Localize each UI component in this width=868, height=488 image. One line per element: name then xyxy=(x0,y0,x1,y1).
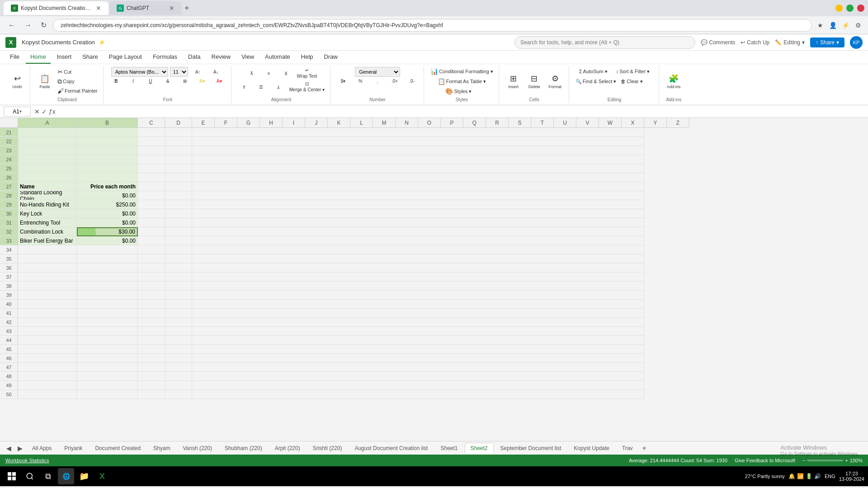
cell-A48[interactable] xyxy=(18,372,77,381)
cell-rest-33[interactable] xyxy=(192,236,644,245)
col-header-O[interactable]: O xyxy=(418,118,441,128)
taskbar-clock[interactable]: 17:23 13-09-2024 xyxy=(839,471,864,482)
row-num-37[interactable]: 37 xyxy=(0,272,18,282)
chrome-taskbar-icon[interactable]: 🌐 xyxy=(58,468,74,484)
browser-tab-chatgpt[interactable]: G ChatGPT ✕ xyxy=(109,1,182,15)
col-header-N[interactable]: N xyxy=(396,118,418,128)
col-header-Z[interactable]: Z xyxy=(667,118,689,128)
row-num-49[interactable]: 49 xyxy=(0,381,18,390)
formula-input[interactable] xyxy=(59,107,864,117)
undo-button[interactable]: ↩ Undo xyxy=(7,69,27,94)
cell-C38[interactable] xyxy=(138,282,165,291)
bold-button[interactable]: B xyxy=(108,78,124,84)
app-search-input[interactable] xyxy=(514,36,695,49)
cell-C26[interactable] xyxy=(138,173,165,182)
col-header-H[interactable]: H xyxy=(260,118,283,128)
cell-rest-29[interactable] xyxy=(192,200,644,209)
cell-B21[interactable] xyxy=(77,128,138,137)
cell-A41[interactable] xyxy=(18,309,77,318)
cell-B35[interactable] xyxy=(77,254,138,263)
cell-D49[interactable] xyxy=(165,381,192,390)
cell-rest-27[interactable] xyxy=(192,182,644,191)
sheet-tab-document-created[interactable]: Document Created xyxy=(89,443,146,454)
increase-decimal-button[interactable]: .0+ xyxy=(387,78,403,84)
paste-button[interactable]: 📋 Paste xyxy=(35,69,55,94)
cell-reference-box[interactable]: A1 ▾ xyxy=(4,107,31,117)
menu-formulas[interactable]: Formulas xyxy=(148,51,182,64)
row-num-25[interactable]: 25 xyxy=(0,164,18,173)
col-header-J[interactable]: J xyxy=(305,118,328,128)
merge-center-button[interactable]: ⊡ Merge & Center ▾ xyxy=(288,80,326,93)
conditional-formatting-button[interactable]: 📊 Conditional Formatting ▾ xyxy=(429,67,495,76)
cell-rest-38[interactable] xyxy=(192,282,644,291)
cell-A42[interactable] xyxy=(18,318,77,327)
cell-C31[interactable] xyxy=(138,218,165,227)
row-num-48[interactable]: 48 xyxy=(0,372,18,381)
col-header-C[interactable]: C xyxy=(138,118,165,128)
cell-D31[interactable] xyxy=(165,218,192,227)
cell-D21[interactable] xyxy=(165,128,192,137)
cell-A46[interactable] xyxy=(18,354,77,363)
tab-close-chatgpt[interactable]: ✕ xyxy=(169,5,175,12)
row-num-40[interactable]: 40 xyxy=(0,300,18,309)
col-header-U[interactable]: U xyxy=(554,118,576,128)
cell-rest-49[interactable] xyxy=(192,381,644,390)
row-num-28[interactable]: 28 xyxy=(0,191,18,200)
tray-wifi-icon[interactable]: 📶 xyxy=(797,473,804,479)
wrap-text-button[interactable]: ↵ Wrap Text xyxy=(295,67,319,80)
col-header-L[interactable]: L xyxy=(350,118,373,128)
cell-C24[interactable] xyxy=(138,155,165,164)
cell-D45[interactable] xyxy=(165,345,192,354)
cell-rest-47[interactable] xyxy=(192,363,644,372)
menu-home[interactable]: Home xyxy=(26,51,51,64)
col-header-Q[interactable]: Q xyxy=(463,118,486,128)
sheet-tab-vansh[interactable]: Vansh (220) xyxy=(177,443,217,454)
sheet-tab-sheet2[interactable]: Sheet2 xyxy=(465,443,494,454)
cell-rest-43[interactable] xyxy=(192,327,644,336)
row-num-38[interactable]: 38 xyxy=(0,282,18,291)
row-num-50[interactable]: 50 xyxy=(0,390,18,399)
row-num-23[interactable]: 23 xyxy=(0,146,18,155)
settings-icon[interactable]: ⚙ xyxy=(854,21,863,30)
cell-A30[interactable]: Key Lock xyxy=(18,209,77,218)
delete-button[interactable]: ⊟ Delete xyxy=(524,69,544,94)
cell-A40[interactable] xyxy=(18,300,77,309)
row-num-45[interactable]: 45 xyxy=(0,345,18,354)
sheet-tab-sheet1[interactable]: Sheet1 xyxy=(434,443,463,454)
menu-file[interactable]: File xyxy=(5,51,24,64)
sheet-tab-priyank[interactable]: Priyank xyxy=(58,443,88,454)
cell-D48[interactable] xyxy=(165,372,192,381)
cell-rest-32[interactable] xyxy=(192,227,644,236)
cell-A34[interactable] xyxy=(18,245,77,254)
sheet-tab-august[interactable]: August Document Creation list xyxy=(349,443,434,454)
cell-D26[interactable] xyxy=(165,173,192,182)
cell-C22[interactable] xyxy=(138,137,165,146)
sheet-tab-allapps[interactable]: All Apps xyxy=(26,443,57,454)
cell-D37[interactable] xyxy=(165,272,192,282)
number-format-select[interactable]: General xyxy=(355,67,400,77)
col-header-R[interactable]: R xyxy=(486,118,509,128)
sheet-tab-kopyst-update[interactable]: Kopyst Update xyxy=(568,443,615,454)
address-input[interactable] xyxy=(53,19,812,32)
row-num-27[interactable]: 27 xyxy=(0,182,18,191)
cell-D43[interactable] xyxy=(165,327,192,336)
cell-D40[interactable] xyxy=(165,300,192,309)
spreadsheet[interactable]: A B C D E F G H I J K L M N O xyxy=(0,118,868,441)
cell-D50[interactable] xyxy=(165,390,192,399)
cell-C41[interactable] xyxy=(138,309,165,318)
cell-B41[interactable] xyxy=(77,309,138,318)
cell-styles-button[interactable]: 🎨 Styles ▾ xyxy=(443,87,480,96)
cancel-formula-icon[interactable]: ✕ xyxy=(34,108,40,115)
cell-D46[interactable] xyxy=(165,354,192,363)
cell-C35[interactable] xyxy=(138,254,165,263)
editing-button[interactable]: ✏️ Editing ▾ xyxy=(775,39,805,46)
cell-B47[interactable] xyxy=(77,363,138,372)
row-num-44[interactable]: 44 xyxy=(0,336,18,345)
row-num-34[interactable]: 34 xyxy=(0,245,18,254)
row-num-22[interactable]: 22 xyxy=(0,137,18,146)
profile-icon[interactable]: 👤 xyxy=(828,21,837,30)
cell-A49[interactable] xyxy=(18,381,77,390)
cell-A32[interactable]: Combination Lock xyxy=(18,227,77,236)
align-center-button[interactable]: ☰ xyxy=(253,84,269,90)
cell-A28[interactable]: Standard Locking Chain xyxy=(18,191,77,200)
